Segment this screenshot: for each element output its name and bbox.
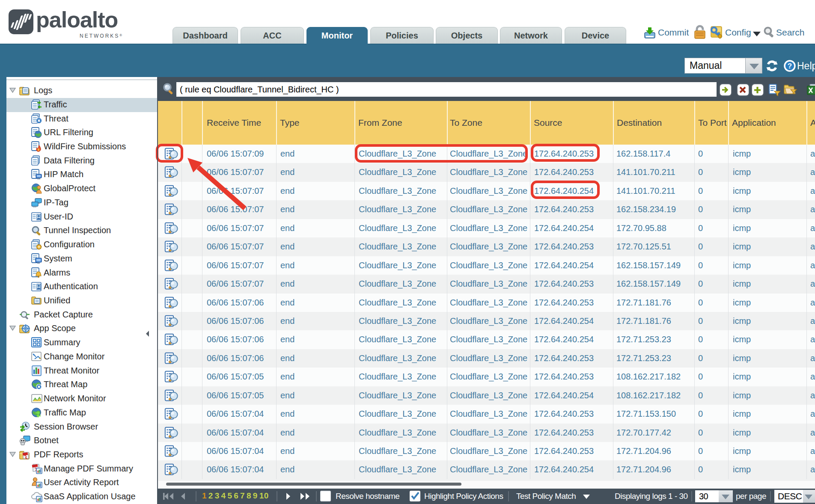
svg-text:?: ? (788, 62, 792, 70)
